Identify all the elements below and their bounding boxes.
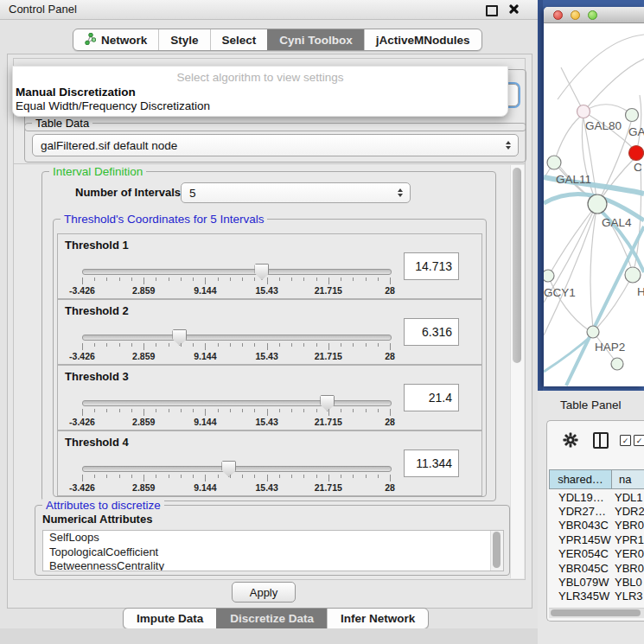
close-icon[interactable] — [507, 3, 519, 15]
slider-tick-labels: -3.4262.8599.14415.4321.71528 — [82, 417, 390, 427]
settings-scroll-pane: Interval Definition Number of Intervals … — [13, 163, 526, 580]
tab-impute-data[interactable]: Impute Data — [124, 609, 216, 628]
column-header-name[interactable]: na — [612, 469, 644, 489]
network-node-hap2[interactable] — [587, 326, 599, 338]
tick-mark — [254, 343, 255, 347]
cell-shared-name[interactable]: YLR345W — [549, 590, 611, 603]
cell-name[interactable]: YIL0 — [611, 604, 638, 606]
cell-shared-name[interactable]: YBR045C — [549, 562, 611, 575]
cell-name[interactable]: YDR2 — [611, 505, 644, 518]
tick-label: 21.715 — [315, 417, 342, 427]
checkbox-icon[interactable]: ✓ — [634, 435, 644, 446]
network-node-gcy1[interactable] — [544, 270, 554, 282]
gear-icon[interactable] — [563, 432, 578, 451]
attribute-item[interactable]: TopologicalCoefficient — [43, 545, 503, 560]
cell-shared-name[interactable]: YDR27… — [549, 505, 611, 518]
threshold-4-value[interactable]: 11.344 — [404, 450, 459, 477]
threshold-3-value[interactable]: 21.4 — [404, 384, 459, 411]
algorithm-option-manual-discretization[interactable]: Manual Discretization — [16, 86, 136, 99]
network-node-c[interactable] — [629, 146, 644, 161]
table-row[interactable]: YPR145WYPR1 — [549, 532, 644, 546]
attributes-group: Attributes to discretize Numerical Attri… — [35, 505, 510, 576]
close-traffic-light-icon[interactable] — [553, 10, 563, 20]
tick-mark — [390, 277, 391, 284]
tick-mark — [131, 343, 132, 347]
attribute-item[interactable]: BetweennessCentrality — [43, 559, 503, 571]
tick-mark — [242, 343, 243, 347]
table-row[interactable]: YDL19…YDL1 — [549, 490, 644, 504]
table-data-select[interactable]: galFiltered.sif default node — [32, 134, 519, 156]
cell-shared-name[interactable]: YDL19… — [549, 491, 611, 504]
table-row[interactable]: YLR345WYLR3 — [549, 590, 644, 603]
table-row[interactable]: YDR27…YDR2 — [549, 504, 644, 518]
tick-mark — [378, 343, 379, 347]
tick-label: 21.715 — [315, 351, 342, 361]
tick-mark — [181, 475, 182, 478]
threshold-4-slider[interactable] — [82, 466, 392, 472]
network-window-titlebar[interactable] — [544, 7, 644, 23]
tick-mark — [316, 409, 317, 412]
slider-ticks — [82, 409, 390, 416]
scrollbar-thumb[interactable] — [551, 609, 641, 616]
cell-shared-name[interactable]: YER054C — [549, 547, 611, 560]
network-node-ga[interactable] — [626, 109, 639, 122]
numerical-attributes-list[interactable]: SelfLoopsTopologicalCoefficientBetweenne… — [42, 530, 504, 571]
network-node-h[interactable] — [625, 267, 641, 283]
tick-label: -3.426 — [69, 482, 95, 493]
cell-name[interactable]: YLR3 — [611, 590, 643, 603]
attributes-list-scrollbar[interactable] — [490, 531, 503, 571]
table-panel-body: ✓ ✓ shared… na YDL19…YDL1YDR27…YDR2YBR04… — [546, 420, 644, 622]
scrollbar-thumb[interactable] — [513, 168, 521, 363]
tab-infer-network[interactable]: Infer Network — [327, 609, 428, 628]
threshold-2-value[interactable]: 6.316 — [404, 318, 459, 346]
threshold-1-value[interactable]: 14.713 — [404, 252, 459, 280]
network-node-gal80[interactable] — [577, 105, 590, 118]
table-horizontal-scrollbar[interactable] — [549, 608, 644, 618]
checkbox-icon[interactable]: ✓ — [620, 435, 631, 446]
attribute-item[interactable]: SelfLoops — [43, 531, 503, 545]
apply-button[interactable]: Apply — [232, 582, 296, 603]
float-window-icon[interactable] — [486, 5, 498, 16]
tab-jactivemnodules[interactable]: jActiveMNodules — [364, 29, 481, 50]
tab-network[interactable]: Network — [73, 29, 158, 50]
cell-shared-name[interactable]: YPR145W — [549, 533, 611, 546]
cell-name[interactable]: YER0 — [611, 547, 644, 560]
threshold-1-slider[interactable] — [82, 269, 392, 275]
table-row[interactable]: YBL079WYBL0 — [549, 575, 644, 589]
tick-mark — [119, 343, 120, 347]
table-row[interactable]: YER054CYER0 — [549, 547, 644, 561]
tab-discretize-data[interactable]: Discretize Data — [216, 609, 327, 628]
tick-mark — [366, 409, 367, 412]
cell-shared-name[interactable]: YBL079W — [549, 576, 611, 589]
network-node-gal4[interactable] — [588, 194, 607, 214]
settings-vertical-scrollbar[interactable] — [510, 165, 524, 578]
thresholds-group: Threshold's Coordinates for 5 Intervals … — [53, 219, 487, 497]
tab-style[interactable]: Style — [158, 29, 209, 50]
algorithm-option-equal-width-frequency[interactable]: Equal Width/Frequency Discretization — [16, 99, 210, 112]
table-row[interactable]: YIL052CYIL0 — [549, 603, 644, 606]
network-canvas[interactable]: GAL80GACGAL11GAL4GCY1HHAP2 — [544, 22, 644, 386]
tick-mark — [341, 343, 341, 347]
column-header-shared-name[interactable]: shared… — [549, 469, 612, 489]
network-node-gal11[interactable] — [547, 156, 561, 169]
interval-definition-label: Interval Definition — [49, 165, 146, 178]
threshold-2-slider[interactable] — [82, 335, 392, 341]
scrollbar-thumb[interactable] — [493, 532, 501, 568]
table-row[interactable]: YBR043CYBR0 — [549, 519, 644, 532]
columns-icon[interactable] — [593, 432, 609, 449]
network-node-unlabeled[interactable] — [611, 358, 623, 370]
zoom-traffic-light-icon[interactable] — [588, 10, 597, 20]
cell-shared-name[interactable]: YBR043C — [549, 519, 611, 532]
cell-name[interactable]: YBR0 — [611, 562, 644, 575]
cell-name[interactable]: YPR1 — [611, 533, 644, 546]
cell-name[interactable]: YBR0 — [611, 519, 644, 532]
threshold-3-slider[interactable] — [82, 400, 392, 406]
cell-name[interactable]: YBL0 — [611, 576, 642, 589]
cell-shared-name[interactable]: YIL052C — [549, 604, 611, 606]
number-of-intervals-select[interactable]: 5 — [181, 182, 411, 203]
cell-name[interactable]: YDL1 — [611, 491, 643, 504]
tab-select[interactable]: Select — [210, 29, 268, 50]
minimize-traffic-light-icon[interactable] — [571, 10, 580, 20]
table-row[interactable]: YBR045CYBR0 — [549, 561, 644, 575]
tab-cyni-toolbox[interactable]: Cyni Toolbox — [267, 29, 364, 50]
